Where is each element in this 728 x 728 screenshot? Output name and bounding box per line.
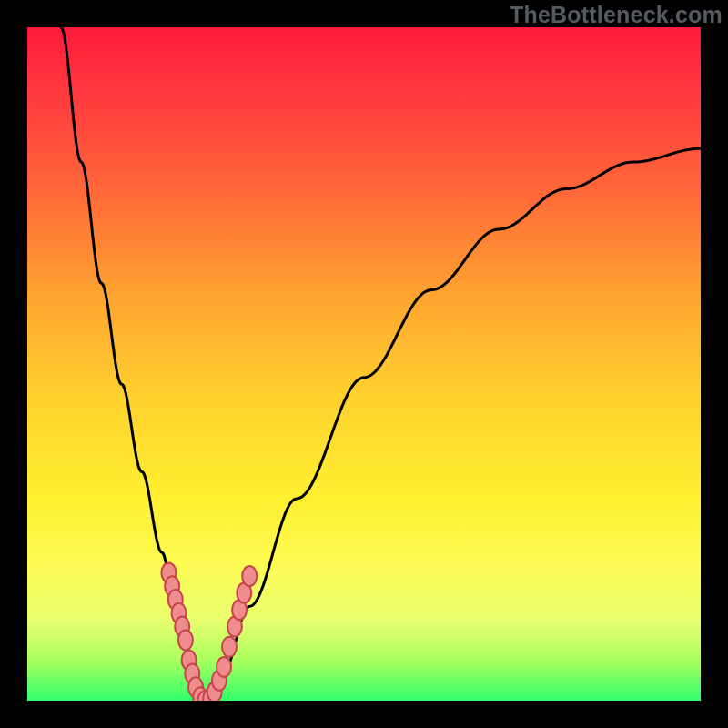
curve-marker: [222, 637, 237, 657]
watermark-text: TheBottleneck.com: [510, 2, 723, 28]
plot-area: [27, 27, 701, 701]
bottleneck-curve: [61, 27, 701, 701]
chart-frame: TheBottleneck.com: [0, 0, 728, 728]
curve-marker: [178, 630, 193, 650]
chart-svg: [27, 27, 701, 701]
curve-markers: [161, 562, 257, 701]
curve-marker: [217, 657, 231, 677]
curve-marker: [242, 566, 257, 586]
